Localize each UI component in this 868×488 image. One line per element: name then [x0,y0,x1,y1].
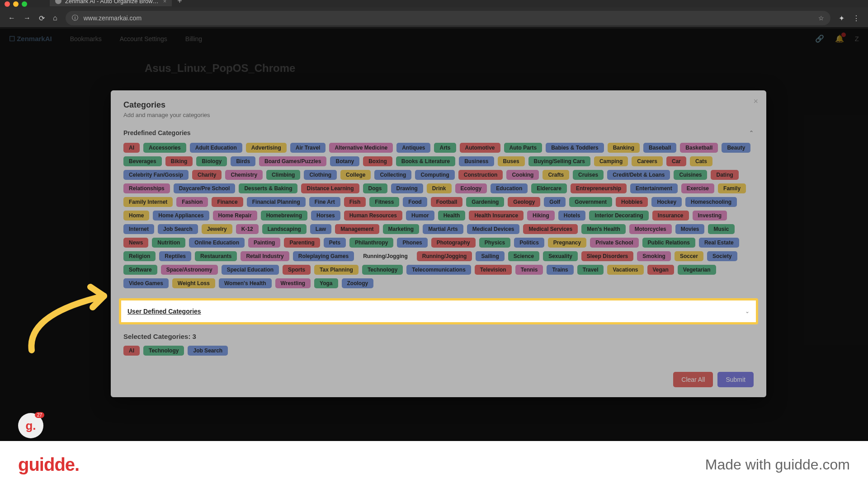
category-pill[interactable]: Medical Devices [467,224,520,234]
category-pill[interactable]: Sports [283,265,311,275]
category-pill[interactable]: Beverages [123,156,162,166]
browser-menu-icon[interactable]: ⋮ [853,14,860,23]
category-pill[interactable]: Baseball [643,143,676,153]
category-pill[interactable]: Hockey [651,197,682,207]
category-pill[interactable]: Charity [192,170,222,180]
category-pill[interactable]: Sailing [476,251,504,261]
new-tab-button[interactable]: + [177,0,182,6]
submit-button[interactable]: Submit [717,372,754,387]
category-pill[interactable]: Birds [231,156,255,166]
minimize-window-icon[interactable] [13,1,19,7]
site-info-icon[interactable]: ⓘ [72,14,78,22]
category-pill[interactable]: Soccer [675,251,703,261]
category-pill[interactable]: Phones [397,238,427,248]
category-pill[interactable]: Board Games/Puzzles [259,156,326,166]
category-pill[interactable]: Painting [248,238,280,248]
category-pill[interactable]: Homebrewing [261,211,307,221]
category-pill[interactable]: Drawing [391,183,423,193]
window-traffic-lights[interactable] [5,1,27,7]
category-pill[interactable]: Desserts & Baking [239,183,297,193]
category-pill[interactable]: Advertising [246,143,287,153]
category-pill[interactable]: Vegan [647,265,674,275]
category-pill[interactable]: Fine Art [309,197,340,207]
category-pill[interactable]: Boxing [363,156,392,166]
category-pill[interactable]: Drink [427,183,452,193]
category-pill[interactable]: Investing [693,211,727,221]
category-pill[interactable]: Construction [458,170,503,180]
selected-category-pill[interactable]: AI [123,346,140,356]
clear-all-button[interactable]: Clear All [673,372,713,387]
category-pill[interactable]: Law [310,224,331,234]
category-pill[interactable]: Politics [514,238,544,248]
category-pill[interactable]: Television [475,265,512,275]
category-pill[interactable]: Eldercare [531,183,567,193]
reload-icon[interactable]: ⟳ [39,14,45,23]
category-pill[interactable]: Hobbies [616,197,648,207]
category-pill[interactable]: AI [123,143,140,153]
back-icon[interactable]: ← [8,14,15,22]
category-pill[interactable]: Biking [165,156,193,166]
category-pill[interactable]: Fashion [176,197,208,207]
extensions-icon[interactable]: ✦ [839,14,844,23]
category-pill[interactable]: Fish [344,197,366,207]
user-avatar[interactable]: Z [855,35,859,42]
category-pill[interactable]: Software [123,265,157,275]
category-pill[interactable]: Roleplaying Games [293,251,354,261]
category-pill[interactable]: Sleep Disorders [581,251,633,261]
category-pill[interactable]: Nutrition [152,238,185,248]
home-icon[interactable]: ⌂ [53,14,57,22]
category-pill[interactable]: Insurance [652,211,689,221]
category-pill[interactable]: Real Estate [699,238,739,248]
category-pill[interactable]: Physics [479,238,510,248]
category-pill[interactable]: Credit/Debt & Loans [607,170,670,180]
category-pill[interactable]: Adult Education [190,143,242,153]
category-pill[interactable]: Auto Parts [504,143,542,153]
category-pill[interactable]: Vacations [607,265,643,275]
notifications-icon[interactable]: 🔔 [835,34,844,43]
category-pill[interactable]: College [340,170,371,180]
category-pill[interactable]: Photography [431,238,476,248]
category-pill[interactable]: Martial Arts [423,224,463,234]
category-pill[interactable]: Telecommunications [406,265,471,275]
category-pill[interactable]: Family Internet [123,197,173,207]
category-pill[interactable]: Cruises [573,170,604,180]
app-logo[interactable]: ☐ ZenmarkAI [9,35,52,43]
category-pill[interactable]: Health Insurance [469,211,524,221]
category-pill[interactable]: Reptiles [159,251,191,261]
category-pill[interactable]: Dogs [363,183,387,193]
category-pill[interactable]: Internet [123,224,154,234]
category-pill[interactable]: Interior Decorating [589,211,648,221]
category-pill[interactable]: Humor [406,211,434,221]
category-pill[interactable]: Medical Services [523,224,578,234]
category-pill[interactable]: Smoking [637,251,671,261]
user-defined-categories-header[interactable]: User Defined Categories ⌄ [121,300,756,322]
browser-tab[interactable]: Zenmark AI - Auto Organize Brow… × [50,0,172,6]
category-pill[interactable]: Finance [212,197,243,207]
category-pill[interactable]: Human Resources [344,211,402,221]
category-pill[interactable]: Landscaping [262,224,307,234]
forward-icon[interactable]: → [24,14,31,22]
category-pill[interactable]: Religion [123,251,156,261]
category-pill[interactable]: Computing [415,170,454,180]
category-pill[interactable]: Management [335,224,379,234]
category-pill[interactable]: Hotels [558,211,586,221]
category-pill[interactable]: Homeschooling [685,197,737,207]
category-pill[interactable]: Arts [434,143,456,153]
category-pill[interactable]: Parenting [284,238,320,248]
category-pill[interactable]: Buying/Selling Cars [528,156,590,166]
category-pill[interactable]: Vegetarian [678,265,716,275]
close-window-icon[interactable] [5,1,10,7]
category-pill[interactable]: Air Travel [290,143,326,153]
category-pill[interactable]: Movies [675,224,705,234]
category-pill[interactable]: Entertainment [630,183,678,193]
category-pill[interactable]: Job Search [158,224,198,234]
close-icon[interactable]: × [753,97,758,106]
category-pill[interactable]: Distance Learning [301,183,359,193]
category-pill[interactable]: Technology [362,265,403,275]
category-pill[interactable]: Jewelry [202,224,232,234]
category-pill[interactable]: Car [666,156,686,166]
bookmark-star-icon[interactable]: ☆ [818,14,824,22]
category-pill[interactable]: Home Appliances [153,211,209,221]
guidde-extension-badge[interactable]: g. 27 [18,413,43,438]
category-pill[interactable]: Video Games [123,278,169,288]
